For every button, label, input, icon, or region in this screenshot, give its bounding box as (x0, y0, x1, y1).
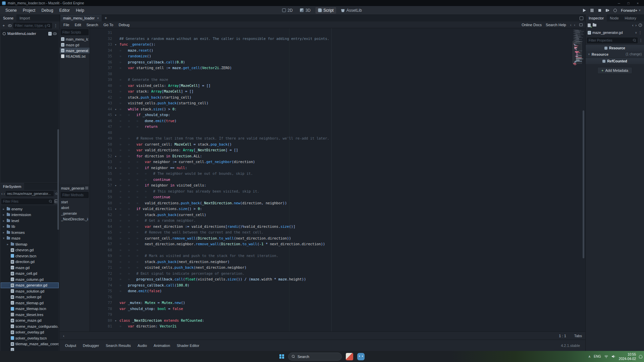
pause-button[interactable] (590, 8, 594, 12)
code-editor[interactable]: 3132## Generates a random maze without a… (90, 28, 585, 331)
code-line[interactable]: 37var starting_cell := maze.get_cell(Vec… (90, 65, 571, 71)
menu-editor[interactable]: Editor (57, 7, 72, 14)
section-resource[interactable]: Resource (1 change) (586, 51, 644, 57)
minimize-button[interactable] (618, 1, 620, 5)
file-item[interactable]: tilemap_maze_atlas_coord... (1, 341, 59, 347)
visibility-eye-icon[interactable] (53, 33, 57, 35)
resource-options-icon[interactable] (638, 31, 642, 35)
filesystem-filter[interactable] (1, 199, 54, 204)
file-item[interactable]: maze_tileset.tres (1, 312, 59, 318)
play-scene-button[interactable] (605, 8, 609, 12)
filter-properties-input[interactable] (589, 39, 632, 42)
file-item[interactable]: maze_generator.gd (1, 282, 59, 289)
close-button[interactable] (637, 1, 639, 5)
code-line[interactable]: 42stack.push_back(starting_cell) (90, 95, 571, 101)
code-line[interactable]: 62stack.push_back(current_cell) (90, 212, 571, 218)
script-item[interactable]: README.txt (60, 53, 90, 59)
file-item[interactable]: scene_maze.gd (1, 318, 59, 324)
file-item[interactable] (1, 347, 59, 351)
code-line[interactable]: 41var stack: Array[MazeCell] = [] (90, 89, 571, 95)
filter-properties[interactable] (587, 38, 638, 43)
fold-icon[interactable] (112, 112, 119, 118)
menu-debug[interactable]: Debug (39, 7, 56, 14)
taskbar-godot-icon[interactable] (357, 353, 365, 360)
resource-picker[interactable]: maze_generator.gd (586, 29, 644, 36)
windows-start-button[interactable] (279, 354, 284, 359)
script-menu-go-to[interactable]: Go To (101, 22, 116, 28)
volume-icon[interactable] (611, 355, 616, 358)
code-line[interactable]: 48 (90, 130, 571, 136)
file-item[interactable]: solver_overlay.gd (1, 329, 59, 335)
bottom-tab-debugger[interactable]: Debugger (80, 342, 102, 349)
filter-methods-input[interactable] (62, 193, 87, 197)
code-line[interactable]: 80class _NextDirection extends RefCounte… (90, 318, 571, 324)
file-item[interactable]: maze_solver.gd (1, 294, 59, 300)
filesystem-path[interactable]: res://maze/maze_generator... (6, 191, 54, 196)
tree-arrow-icon[interactable] (2, 231, 5, 234)
code-line[interactable]: 32## Generates a random maze without an … (90, 36, 571, 42)
bottom-tab-animation[interactable]: Animation (151, 342, 173, 349)
code-line[interactable]: 71visited_cells.push_back(next_direction… (90, 265, 571, 271)
code-line[interactable]: 63# Get a random neighbor. (90, 218, 571, 224)
new-scene-tab-button[interactable] (102, 16, 109, 20)
filter-scripts-input[interactable] (62, 31, 87, 34)
scene-filter[interactable] (13, 23, 52, 29)
code-line[interactable]: 75done.emit(false) (90, 288, 571, 294)
tree-arrow-icon[interactable] (6, 243, 9, 246)
folder-item[interactable]: lib (1, 224, 59, 230)
tab-scene[interactable]: Scene (0, 15, 16, 21)
file-item[interactable]: scene_maze_configuratio... (1, 323, 59, 329)
file-item[interactable]: maze_cell.gd (1, 271, 59, 277)
code-line[interactable]: 43visited_cells.push_back(starting_cell) (90, 100, 571, 106)
workspace-script[interactable]: Script (315, 7, 336, 14)
script-item[interactable]: main_menu_loa... (60, 36, 90, 42)
code-line[interactable]: 60valid_directions.push_back(_NextDirect… (90, 200, 571, 206)
bottom-tab-search-results[interactable]: Search Results (103, 342, 133, 349)
code-line[interactable]: 51var valid_directions: Array[_NextDirec… (90, 147, 571, 153)
inspector-back-icon[interactable] (632, 23, 634, 27)
link-search-help[interactable]: Search Help (546, 23, 566, 27)
method-item[interactable]: _generate (60, 210, 90, 216)
workspace-3d[interactable]: 3D (298, 7, 313, 14)
code-line[interactable]: 79 (90, 312, 571, 318)
script-menu-edit[interactable]: Edit (72, 22, 84, 28)
inspector-options-icon[interactable] (639, 38, 643, 43)
code-line[interactable]: 74progress_callback.call(100.0) (90, 282, 571, 289)
code-line[interactable]: 39# Generate the maze (90, 77, 571, 83)
code-line[interactable]: 64var next_direction := valid_directions… (90, 224, 571, 230)
instance-scene-button[interactable] (7, 23, 12, 28)
file-item[interactable]: chevron.tscn (1, 253, 59, 259)
renderer-dropdown[interactable]: Forward+ (621, 8, 641, 12)
collapse-scripts-panel-icon[interactable] (63, 334, 64, 338)
bottom-tab-output[interactable]: Output (62, 342, 79, 349)
menu-project[interactable]: Project (20, 7, 38, 14)
code-line[interactable]: 70stack.push_back(next_direction.neighbo… (90, 259, 571, 265)
fold-icon[interactable] (112, 165, 119, 171)
folder-item[interactable]: tilemap (1, 241, 59, 247)
tree-arrow-icon[interactable] (2, 207, 5, 211)
maximize-button[interactable] (628, 1, 630, 5)
fold-icon[interactable] (112, 107, 119, 113)
fold-icon[interactable] (112, 318, 119, 324)
bottom-tab-audio[interactable]: Audio (135, 342, 150, 349)
menu-help[interactable]: Help (73, 7, 87, 14)
folder-item[interactable]: intermission (1, 212, 59, 218)
file-item[interactable]: maze_tilemap.gd (1, 300, 59, 306)
play-button[interactable] (582, 8, 586, 12)
language-indicator[interactable]: ENG (594, 355, 601, 358)
add-metadata-button[interactable]: Add Metadata (597, 67, 632, 74)
code-line[interactable]: 54if neighbor == null: (90, 165, 571, 171)
code-scrollbar[interactable] (582, 29, 585, 331)
code-line[interactable]: 44while stack.size() > 0: (90, 106, 571, 112)
scrollbar-thumb[interactable] (583, 110, 584, 258)
tree-arrow-icon[interactable] (2, 219, 5, 222)
scene-tab-main-menu-loader[interactable]: main_menu_loader (60, 15, 102, 21)
tab-import[interactable]: Import (16, 15, 33, 21)
code-line[interactable]: 38 (90, 71, 571, 77)
clock[interactable]: 10:55 2024-04-02 (619, 352, 636, 361)
script-item[interactable]: maze_generator... (60, 48, 90, 53)
load-resource-icon[interactable] (593, 24, 596, 27)
code-line[interactable]: 34maze.reset() (90, 48, 571, 54)
code-line[interactable]: 35randomize() (90, 53, 571, 59)
code-line[interactable]: 57if neighbor in visited_cells: (90, 183, 571, 189)
